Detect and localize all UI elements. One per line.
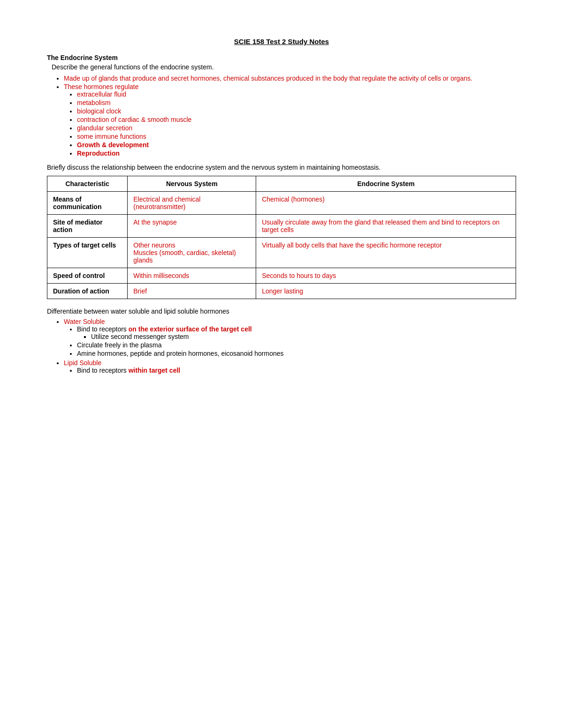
table-row-mediator: Site of mediator action At the synapse U… bbox=[47, 215, 516, 238]
table-row-speed: Speed of control Within milliseconds Sec… bbox=[47, 268, 516, 284]
sub-bullet-extracellular: extracellular fluid bbox=[77, 90, 516, 98]
describe-prompt: Describe the general functions of the en… bbox=[52, 63, 516, 71]
col-endocrine: Endocrine System bbox=[256, 176, 516, 192]
char-mediator: Site of mediator action bbox=[47, 215, 128, 238]
comparison-table: Characteristic Nervous System Endocrine … bbox=[47, 176, 516, 299]
nervous-mediator: At the synapse bbox=[128, 215, 256, 238]
endocrine-mediator: Usually circulate away from the gland th… bbox=[256, 215, 516, 238]
water-soluble-item: Water Soluble Bind to receptors on the e… bbox=[64, 318, 516, 357]
sub-bullet-reproduction: Reproduction bbox=[77, 150, 516, 157]
nervous-duration: Brief bbox=[128, 284, 256, 299]
differentiate-prompt: Differentiate between water soluble and … bbox=[47, 308, 516, 315]
bullet-these-hormones: These hormones regulate extracellular fl… bbox=[64, 83, 516, 157]
sub-bullet-glandular: glandular secretion bbox=[77, 124, 516, 132]
col-characteristic: Characteristic bbox=[47, 176, 128, 192]
sub-bullet-contraction: contraction of cardiac & smooth muscle bbox=[77, 116, 516, 123]
char-speed: Speed of control bbox=[47, 268, 128, 284]
endocrine-speed: Seconds to hours to days bbox=[256, 268, 516, 284]
char-target-cells: Types of target cells bbox=[47, 238, 128, 268]
nervous-speed: Within milliseconds bbox=[128, 268, 256, 284]
table-row-target-cells: Types of target cells Other neuronsMuscl… bbox=[47, 238, 516, 268]
bullet-made-up: Made up of glands that produce and secre… bbox=[64, 75, 516, 82]
endocrine-duration: Longer lasting bbox=[256, 284, 516, 299]
table-row-duration: Duration of action Brief Longer lasting bbox=[47, 284, 516, 299]
sub-bullet-immune: some immune functions bbox=[77, 133, 516, 140]
water-second-messenger: Utilize second messenger system bbox=[91, 333, 516, 340]
sub-bullet-growth: Growth & development bbox=[77, 141, 516, 149]
water-circulate-freely: Circulate freely in the plasma bbox=[77, 341, 516, 349]
nervous-target-cells: Other neuronsMuscles (smooth, cardiac, s… bbox=[128, 238, 256, 268]
homeostasis-paragraph: Briefly discuss the relationship between… bbox=[47, 164, 516, 171]
char-communication: Means ofcommunication bbox=[47, 192, 128, 215]
col-nervous: Nervous System bbox=[128, 176, 256, 192]
char-duration: Duration of action bbox=[47, 284, 128, 299]
endocrine-section-title: The Endocrine System bbox=[47, 54, 516, 61]
sub-bullet-biological-clock: biological clock bbox=[77, 107, 516, 115]
sub-bullet-metabolism: metabolism bbox=[77, 99, 516, 106]
lipid-bind-receptors: Bind to receptors within target cell bbox=[77, 367, 516, 374]
lipid-soluble-item: Lipid Soluble Bind to receptors within t… bbox=[64, 359, 516, 374]
water-amine-hormones: Amine hormones, peptide and protein horm… bbox=[77, 350, 516, 357]
water-bind-receptors: Bind to receptors on the exterior surfac… bbox=[77, 325, 516, 340]
endocrine-communication: Chemical (hormones) bbox=[256, 192, 516, 215]
endocrine-target-cells: Virtually all body cells that have the s… bbox=[256, 238, 516, 268]
page-title: SCIE 158 Test 2 Study Notes bbox=[47, 38, 516, 45]
table-row-communication: Means ofcommunication Electrical and che… bbox=[47, 192, 516, 215]
nervous-communication: Electrical and chemical(neurotransmitter… bbox=[128, 192, 256, 215]
